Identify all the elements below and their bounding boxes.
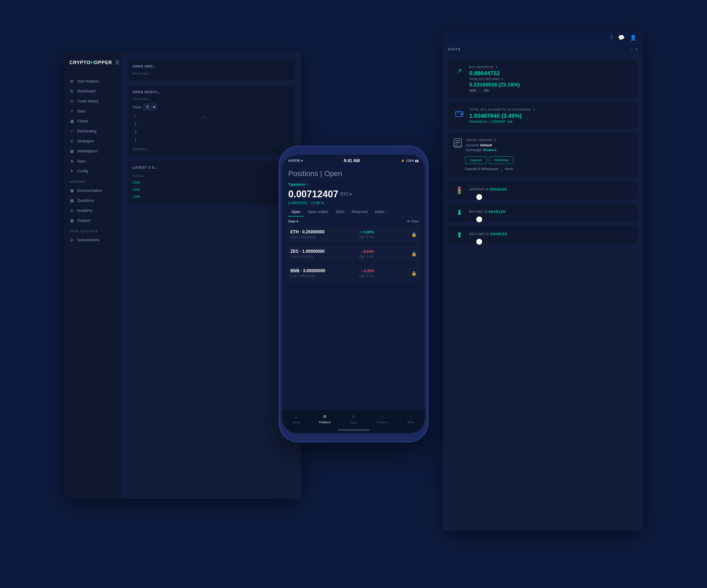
subscriptions-icon: ◎ [69, 238, 74, 242]
hoppers-nav-icon: ○ [380, 413, 384, 419]
info-icon-btc[interactable]: ℹ [496, 65, 498, 69]
nav-stats[interactable]: ↗ Stats [339, 412, 368, 425]
edit-link[interactable]: edit [507, 120, 512, 123]
sidebar-label-dashboard: Dashboard [77, 89, 96, 93]
pos-name-bnb: BNB · 3.00000000 [290, 268, 325, 273]
sidebar-item-subscriptions[interactable]: ◎ Subscriptions [64, 235, 122, 245]
phone-bottom-nav: ⌂ Home ≡ Positions ↗ Stats ○ Hoppers [282, 410, 425, 429]
nav-home[interactable]: ⌂ Home [282, 412, 311, 425]
desktop-left-panel: CRYPTOHOPPER ☰ ⊞ Your hoppers ⊟ Dashboar… [64, 52, 301, 499]
sidebar-item-strategies[interactable]: ◎ Strategies [64, 136, 122, 146]
position-bnb[interactable]: BNB · 3.00000000 Cost: 0.00696000 - 0.25… [286, 265, 421, 282]
filter-button[interactable]: ⚙ Filter [407, 219, 419, 223]
btc-invested-info: BTC INVESTED: ℹ 0.88644722 TOTAL BTC RET… [469, 65, 632, 93]
pos-age-bnb: Age: 8 min [359, 274, 374, 278]
link-row-2: LINK [133, 186, 290, 193]
nav-hoppers[interactable]: ○ Hoppers [368, 412, 396, 425]
nav-more[interactable]: ··· More [396, 412, 425, 425]
sidebar-label-charts: Charts [77, 119, 88, 123]
tab-open[interactable]: Open [288, 207, 304, 217]
tab-reserved[interactable]: Reserved [349, 207, 371, 217]
open-positions-title: Open Positi... [133, 90, 290, 94]
currency-dropdown-icon[interactable]: ▾ [349, 192, 352, 197]
phone-content: Positions | Open Tapoleon › 0.00712407 [282, 165, 425, 410]
position-eth[interactable]: ETH · 0.25000000 Cost: 0.00530500 + 0.08… [286, 226, 421, 243]
sidebar-nav: ⊞ Your hoppers ⊟ Dashboard ⊙ Trade histo… [64, 72, 122, 499]
hamburger-icon[interactable]: ☰ [115, 60, 120, 65]
tab-history[interactable]: Histor... [372, 207, 390, 217]
date-filter[interactable]: Date ▾ [288, 219, 298, 223]
show-select[interactable]: 5 10 25 [143, 104, 157, 110]
chat-icon[interactable]: 💬 [618, 34, 625, 41]
sidebar-item-documentation[interactable]: ▦ Documentation [64, 185, 122, 195]
sidebar-item-charts[interactable]: ▦ Charts [64, 116, 122, 126]
reset-link[interactable]: reset [469, 88, 476, 93]
table-hint: These are y... [133, 97, 290, 101]
sidebar-label-config: Config [77, 169, 88, 173]
sidebar-label-apps: Apps [77, 159, 86, 163]
sidebar-item-marketplace[interactable]: ▦ Marketplace [64, 146, 122, 156]
sidebar-item-trade-history[interactable]: ⊙ Trade history [64, 96, 122, 106]
portfolio-name[interactable]: Tapoleon › [288, 182, 419, 187]
sidebar-item-backtesting[interactable]: ✓ Backtesting [64, 126, 122, 136]
sidebar-item-config[interactable]: ✦ Config › [64, 166, 122, 176]
trend-up-icon: ↗ [453, 65, 465, 77]
close-button[interactable]: × [636, 47, 638, 51]
grid-icon: ⊞ [69, 79, 74, 83]
sidebar-label-academy: Academy [77, 208, 93, 213]
svg-rect-2 [461, 113, 462, 115]
deposit-button[interactable]: Deposit [465, 156, 486, 164]
nav-label-hoppers: Hoppers [377, 420, 388, 424]
sidebar-item-hoppers[interactable]: ⊞ Your hoppers [64, 76, 122, 86]
info-icon-paper[interactable]: ℹ [495, 138, 496, 142]
link-row-3: LINK [133, 193, 290, 200]
nav-label-stats: Stats [350, 421, 357, 424]
lock-icon-bnb: 🔒 [411, 271, 417, 276]
scene: CRYPTOHOPPER ☰ ⊞ Your hoppers ⊟ Dashboar… [64, 31, 643, 557]
sidebar-item-apps[interactable]: ★ Apps [64, 156, 122, 166]
paper-title-text: PAPER TRADING ℹ [466, 138, 497, 142]
user-icon[interactable]: 👤 [630, 34, 637, 41]
traffic-light-icon: 🚦 [453, 186, 465, 195]
withdraw-button[interactable]: Withdraw [489, 156, 513, 164]
deposits-withdrawals-link[interactable]: Deposits & Withdrawals [465, 167, 498, 172]
sidebar-item-dashboard[interactable]: ⊟ Dashboard [64, 86, 122, 96]
sidebar-item-support[interactable]: ▦ Support [64, 215, 122, 225]
pos-left-zec: ZEC · 1.00000000 Cost: 0.0417800 [290, 249, 325, 259]
tab-open-orders[interactable]: Open orders [305, 207, 331, 217]
latest-section-title: LATEST 5 S... [133, 166, 290, 170]
btc-links: reset | info [469, 88, 632, 93]
btc-assets-card: TOTAL BTC IN ASSETS ON EXCHANGE: ℹ 1.034… [448, 103, 638, 129]
sidebar-item-questions[interactable]: ▦ Questions [64, 195, 122, 206]
questions-icon: ▦ [69, 198, 74, 203]
user-settings-label: USER SETTINGS [64, 225, 122, 235]
link-3[interactable]: LINK [133, 195, 140, 198]
stats-content: ↗ BTC INVESTED: ℹ 0.88644722 TOTAL BTC R… [443, 54, 643, 254]
paper-account-row: Account: Default [466, 143, 497, 147]
sidebar-label-marketplace: Marketplace [77, 149, 97, 153]
position-zec[interactable]: ZEC · 1.00000000 Cost: 0.0417800 - 0.24%… [286, 246, 421, 262]
moon-icon[interactable]: ☽ [608, 34, 613, 41]
sidebar-label-stats: Stats [77, 109, 86, 113]
reset-paper-link[interactable]: Reset [505, 167, 513, 172]
phone-portfolio: Tapoleon › 0.00712407 BTC ▾ 0.00020351 [282, 178, 425, 207]
link-1[interactable]: LINK [133, 181, 140, 184]
info-link[interactable]: info [484, 88, 489, 93]
nav-positions[interactable]: ≡ Positions [311, 412, 339, 425]
minimize-button[interactable]: − [630, 47, 632, 51]
stats-icon: ↗ [69, 109, 74, 113]
marketplace-icon: ▦ [69, 149, 74, 153]
sidebar-item-stats[interactable]: ↗ Stats [64, 106, 122, 116]
phone-screen: HOPPIE ▾ 9:41 AM ⚡ 100% ▮▮ Positions | [282, 155, 425, 433]
info-icon-assets[interactable]: ℹ [533, 108, 535, 111]
info-icon-returns[interactable]: ℹ [502, 77, 503, 81]
paper-trading-card: PAPER TRADING ℹ Account: Default Exchang… [448, 133, 638, 177]
btc-invested-label: BTC INVESTED: ℹ [469, 65, 632, 69]
link-2[interactable]: LINK [133, 188, 140, 191]
tab-short[interactable]: Short [333, 207, 347, 217]
buying-toggle-label: BUYING IS ENABLED [469, 210, 632, 214]
sidebar-item-academy[interactable]: ◎ Academy [64, 206, 122, 215]
home-nav-icon: ⌂ [295, 413, 298, 419]
nav-label-home: Home [293, 420, 300, 424]
buy-down-icon: ⬇ [453, 208, 465, 217]
